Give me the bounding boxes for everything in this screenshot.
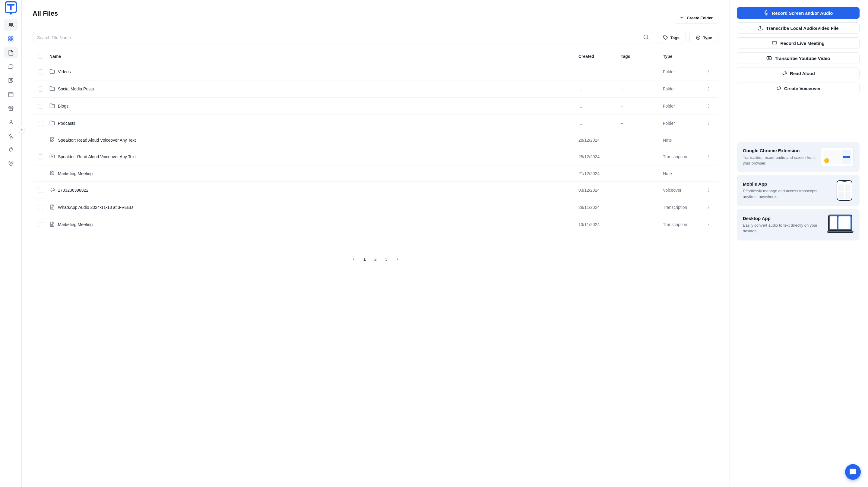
- svg-point-23: [696, 36, 700, 39]
- read-aloud-button[interactable]: Read Aloud: [737, 67, 860, 79]
- row-more-button[interactable]: [705, 187, 712, 194]
- files-table: Name Created Tags Type Videos ... -- Fol…: [33, 50, 718, 233]
- type-cell: Transcription: [663, 154, 705, 159]
- row-checkbox[interactable]: [38, 121, 43, 126]
- type-label: Type: [703, 36, 712, 40]
- svg-rect-4: [11, 37, 13, 39]
- row-checkbox[interactable]: [38, 104, 43, 109]
- svg-marker-57: [769, 58, 770, 59]
- promo-card[interactable]: Google Chrome ExtensionTranscribe, recor…: [737, 142, 860, 172]
- nav-premium-icon[interactable]: [4, 158, 18, 169]
- file-name: Videos: [58, 69, 71, 74]
- laptop-icon: [772, 40, 777, 46]
- svg-point-42: [709, 190, 709, 191]
- create-folder-button[interactable]: Create Folder: [674, 12, 718, 24]
- nav-integrations-icon[interactable]: [4, 144, 18, 156]
- row-more-button[interactable]: [705, 221, 712, 228]
- nav-workspace-icon[interactable]: [4, 19, 18, 31]
- svg-point-47: [709, 207, 709, 208]
- nav-dashboard-icon[interactable]: [4, 33, 18, 44]
- select-all-checkbox[interactable]: [38, 54, 43, 59]
- chat-support-button[interactable]: [845, 464, 861, 480]
- record-screen-label: Record Screen and/or Audio: [772, 10, 833, 16]
- search-input[interactable]: [33, 32, 653, 43]
- transcribe-local-button[interactable]: Transcribe Local Audio/Video File: [737, 22, 860, 34]
- nav-translate-icon[interactable]: [4, 130, 18, 142]
- table-row[interactable]: Social Media Posts ... -- Folder: [33, 80, 718, 98]
- row-more-button[interactable]: [705, 68, 712, 75]
- svg-point-34: [709, 123, 709, 124]
- created-cell: 28/12/2024: [579, 138, 621, 142]
- page-number-button[interactable]: 3: [381, 254, 391, 264]
- upload-icon: [757, 25, 763, 31]
- transcribe-youtube-button[interactable]: Transcribe Youtube Video: [737, 53, 860, 64]
- nav-gift-icon[interactable]: [4, 102, 18, 114]
- page-number-button[interactable]: 2: [371, 254, 380, 264]
- svg-point-52: [709, 224, 709, 225]
- table-row[interactable]: WhatsApp Audio 2024-11-13 at 3-VEED 29/1…: [33, 199, 718, 216]
- svg-point-39: [709, 156, 709, 157]
- record-meeting-button[interactable]: Record Live Meeting: [737, 37, 860, 49]
- svg-point-32: [709, 107, 709, 108]
- create-voiceover-button[interactable]: Create Voiceover: [737, 83, 860, 94]
- svg-point-46: [709, 205, 709, 206]
- row-checkbox[interactable]: [38, 222, 43, 227]
- row-checkbox[interactable]: [38, 205, 43, 210]
- type-cell: Note: [663, 171, 705, 176]
- table-row[interactable]: Blogs ... -- Folder: [33, 98, 718, 115]
- doc-icon: [50, 222, 55, 228]
- svg-rect-6: [11, 39, 13, 41]
- tags-filter-button[interactable]: Tags: [657, 32, 686, 43]
- tags-cell: --: [621, 87, 663, 91]
- page-number-button[interactable]: 1: [360, 254, 369, 264]
- svg-point-43: [709, 191, 709, 192]
- note-icon: [50, 137, 55, 143]
- nav-chat-icon[interactable]: [4, 61, 18, 72]
- sidebar-expand-button[interactable]: [18, 126, 25, 133]
- svg-point-25: [709, 71, 709, 72]
- svg-point-19: [644, 35, 648, 39]
- record-screen-button[interactable]: Record Screen and/or Audio: [737, 7, 860, 19]
- table-row[interactable]: Marketing Meeting 21/12/2024 Note: [33, 165, 718, 182]
- plus-icon: [680, 15, 684, 20]
- row-checkbox[interactable]: [38, 188, 43, 193]
- app-logo[interactable]: [5, 1, 17, 16]
- promo-card[interactable]: Mobile AppEffortlessly manage and access…: [737, 175, 860, 206]
- promo-title: Desktop App: [743, 216, 822, 221]
- table-row[interactable]: Podcasts ... -- Folder: [33, 115, 718, 132]
- row-checkbox[interactable]: [38, 154, 43, 159]
- row-more-button[interactable]: [705, 85, 712, 93]
- doc-icon: [50, 204, 55, 210]
- table-row[interactable]: Speaktor: Read Aloud Voiceover Any Text …: [33, 148, 718, 165]
- page-prev-button[interactable]: [349, 254, 359, 264]
- file-name: Marketing Meeting: [58, 171, 93, 176]
- read-aloud-label: Read Aloud: [790, 71, 815, 76]
- row-more-button[interactable]: [705, 204, 712, 211]
- nav-files-icon[interactable]: [4, 47, 18, 59]
- record-meeting-label: Record Live Meeting: [780, 41, 825, 46]
- created-cell: 29/11/2024: [579, 205, 621, 210]
- row-more-button[interactable]: [705, 153, 712, 160]
- type-filter-button[interactable]: Type: [689, 32, 718, 43]
- table-row[interactable]: Videos ... -- Folder: [33, 63, 718, 80]
- page-next-button[interactable]: [392, 254, 402, 264]
- header-name: Name: [50, 54, 579, 59]
- table-row[interactable]: Marketing Meeting 13/11/2024 Transcripti…: [33, 216, 718, 233]
- promo-card[interactable]: Desktop AppEasily convert audio to text …: [737, 209, 860, 240]
- type-cell: Note: [663, 138, 705, 142]
- svg-point-38: [709, 155, 709, 156]
- table-row[interactable]: Speaktor: Read Aloud Voiceover Any Text …: [33, 132, 718, 148]
- row-more-button[interactable]: [705, 120, 712, 127]
- nav-notes-icon[interactable]: [4, 75, 18, 86]
- nav-profile-icon[interactable]: [4, 116, 18, 128]
- nav-calendar-icon[interactable]: [4, 89, 18, 100]
- svg-point-22: [698, 37, 699, 38]
- row-checkbox[interactable]: [38, 87, 43, 92]
- svg-point-16: [10, 120, 12, 122]
- svg-rect-9: [8, 92, 13, 97]
- table-row[interactable]: 1733236398822 03/12/2024 Voiceover: [33, 182, 718, 199]
- svg-line-20: [647, 38, 648, 39]
- row-more-button[interactable]: [705, 102, 712, 110]
- header-type: Type: [663, 54, 705, 59]
- row-checkbox[interactable]: [38, 69, 43, 74]
